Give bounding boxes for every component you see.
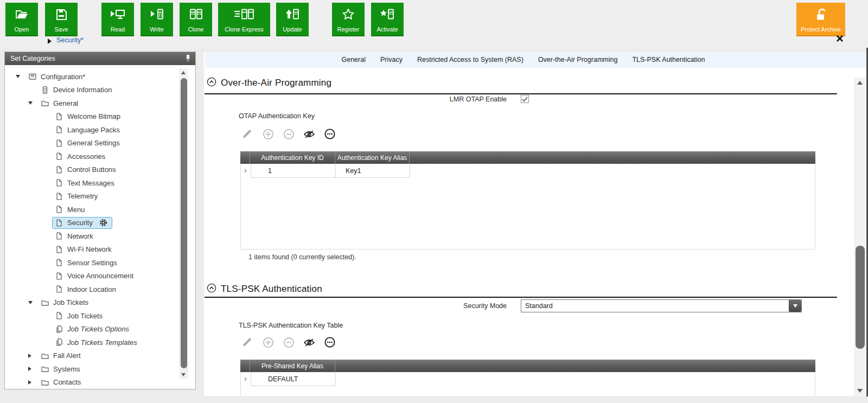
row-selector[interactable]: [241, 372, 251, 386]
gear-icon[interactable]: [99, 219, 107, 227]
page-icon: [55, 311, 63, 320]
row-selector[interactable]: [241, 164, 251, 178]
sidebar-item-indoor-location[interactable]: Indoor Location: [5, 283, 195, 296]
sidebar-item-fall-alert[interactable]: Fall Alert: [5, 349, 195, 363]
sidebar-item-configuration[interactable]: Configuration*: [5, 70, 195, 84]
remove-circle-icon[interactable]: [282, 336, 295, 349]
sidebar-item-menu[interactable]: Menu: [5, 203, 195, 216]
sidebar-item-sensor-settings[interactable]: Sensor Settings: [5, 256, 195, 270]
sidebar-item-control-buttons[interactable]: Control Buttons: [5, 163, 195, 177]
sidebar-item-welcome-bitmap[interactable]: Welcome Bitmap: [5, 110, 195, 124]
sidebar-item-text-messages[interactable]: Text Messages: [5, 176, 195, 190]
sidebar-item-wifi-network[interactable]: Wi-Fi Network: [5, 243, 195, 257]
table-row[interactable]: 1 Key1: [241, 164, 815, 178]
sidebar-item-job-tickets[interactable]: Job Tickets: [5, 309, 195, 323]
column-header[interactable]: Authentication Key ID: [250, 151, 335, 164]
folder-icon: [41, 351, 49, 360]
lmr-otap-enable-checkbox[interactable]: [521, 95, 529, 103]
clone-button[interactable]: Clone: [180, 3, 212, 36]
main-scrollbar[interactable]: [854, 78, 866, 396]
toolbar-button-label: Clone: [188, 26, 204, 33]
pin-icon[interactable]: [185, 54, 191, 63]
activate-button[interactable]: Activate: [371, 3, 404, 36]
sidebar-item-language-packs[interactable]: Language Packs: [5, 123, 195, 137]
sidebar-item-accessories[interactable]: Accessories: [5, 150, 195, 163]
nav-tab-tls-psk[interactable]: TLS-PSK Authentication: [632, 56, 705, 63]
add-circle-icon[interactable]: [261, 336, 275, 349]
folder-icon: [41, 378, 49, 387]
sidebar-item-contacts[interactable]: Contacts: [5, 376, 195, 389]
hide-eye-icon[interactable]: [303, 336, 316, 349]
sidebar-item-network[interactable]: Network: [5, 229, 195, 243]
expander-right-icon[interactable]: [28, 367, 41, 371]
scrollbar-thumb[interactable]: [181, 78, 187, 368]
clone-express-button[interactable]: Clone Express: [218, 3, 270, 36]
read-icon: [109, 3, 126, 26]
more-options-icon[interactable]: [323, 127, 336, 140]
dropdown-button[interactable]: [789, 300, 801, 312]
expander-right-icon[interactable]: [28, 380, 41, 385]
tree-item-label: Menu: [67, 206, 85, 214]
set-categories-panel: Set Categories Configuration* Device Inf…: [4, 52, 196, 389]
remove-circle-icon[interactable]: [282, 127, 295, 140]
table-header: Pre-Shared Key Alias: [240, 360, 815, 372]
sidebar-item-voice-announcement[interactable]: Voice Announcement: [5, 270, 195, 283]
more-options-icon[interactable]: [323, 336, 336, 349]
open-button[interactable]: Open: [5, 3, 38, 36]
collapse-section-icon[interactable]: [207, 283, 216, 295]
edit-pencil-icon[interactable]: [241, 336, 254, 349]
section-title: TLS-PSK Authentication: [221, 284, 322, 295]
cell-preshared-key-alias[interactable]: DEFAULT: [251, 372, 336, 386]
sidebar-scrollbar[interactable]: [179, 68, 188, 379]
tab-security[interactable]: Security*: [56, 36, 84, 44]
pages-icon: [55, 338, 63, 347]
sidebar-item-job-tickets-templates[interactable]: Job Tickets Templates: [5, 336, 195, 349]
collapse-section-icon[interactable]: [207, 77, 216, 89]
scrollbar-thumb[interactable]: [856, 246, 865, 349]
sidebar-item-device-information[interactable]: Device Information: [5, 84, 195, 97]
scroll-down-icon[interactable]: [181, 373, 186, 376]
scroll-up-icon[interactable]: [857, 81, 863, 85]
clone-express-icon: [233, 3, 255, 26]
sidebar-item-security[interactable]: Security: [5, 216, 195, 230]
expander-down-icon[interactable]: [16, 75, 28, 78]
register-button[interactable]: Register: [332, 3, 365, 36]
register-star-icon: [341, 3, 355, 26]
protect-archive-button[interactable]: Protect Archive: [796, 3, 845, 36]
page-icon: [55, 272, 63, 280]
scroll-up-icon[interactable]: [181, 71, 186, 74]
sidebar-item-systems[interactable]: Systems: [5, 362, 195, 376]
nav-tab-privacy[interactable]: Privacy: [380, 56, 403, 63]
table-row[interactable]: DEFAULT: [241, 372, 815, 386]
update-button[interactable]: Update: [276, 3, 309, 36]
sidebar-item-general-settings[interactable]: General Settings: [5, 137, 195, 150]
add-circle-icon[interactable]: [261, 127, 275, 140]
nav-tab-otap[interactable]: Over-the-Air Programming: [538, 56, 618, 63]
nav-tab-general[interactable]: General: [341, 56, 365, 63]
tree-item-label: Voice Announcement: [67, 272, 133, 280]
edit-pencil-icon[interactable]: [241, 127, 254, 140]
cell-auth-key-id[interactable]: 1: [251, 164, 336, 178]
sidebar-item-job-tickets-folder[interactable]: Job Tickets: [5, 296, 195, 310]
nav-tab-ras[interactable]: Restricted Access to System (RAS): [417, 56, 524, 63]
sidebar-item-general[interactable]: General: [5, 97, 195, 110]
column-header[interactable]: Pre-Shared Key Alias: [250, 360, 335, 372]
tab-expander-icon[interactable]: [48, 39, 52, 44]
read-button[interactable]: Read: [101, 3, 134, 36]
cell-auth-key-alias[interactable]: Key1: [336, 164, 410, 178]
expander-down-icon[interactable]: [28, 101, 41, 105]
column-header[interactable]: Authentication Key Alias: [335, 151, 410, 164]
sidebar-item-telemetry[interactable]: Telemetry: [5, 190, 195, 203]
sidebar-item-job-tickets-options[interactable]: Job Tickets Options: [5, 323, 195, 336]
pages-icon: [55, 325, 63, 334]
expander-right-icon[interactable]: [28, 354, 41, 358]
tree-item-label: Device Information: [53, 86, 112, 94]
scroll-down-icon[interactable]: [857, 389, 863, 393]
hide-eye-icon[interactable]: [303, 127, 316, 140]
save-button[interactable]: Save: [45, 3, 78, 36]
security-mode-dropdown[interactable]: Standard: [521, 299, 802, 312]
close-icon[interactable]: [836, 35, 844, 44]
expander-down-icon[interactable]: [28, 301, 41, 304]
write-button[interactable]: Write: [141, 3, 173, 36]
page-icon: [55, 232, 63, 240]
